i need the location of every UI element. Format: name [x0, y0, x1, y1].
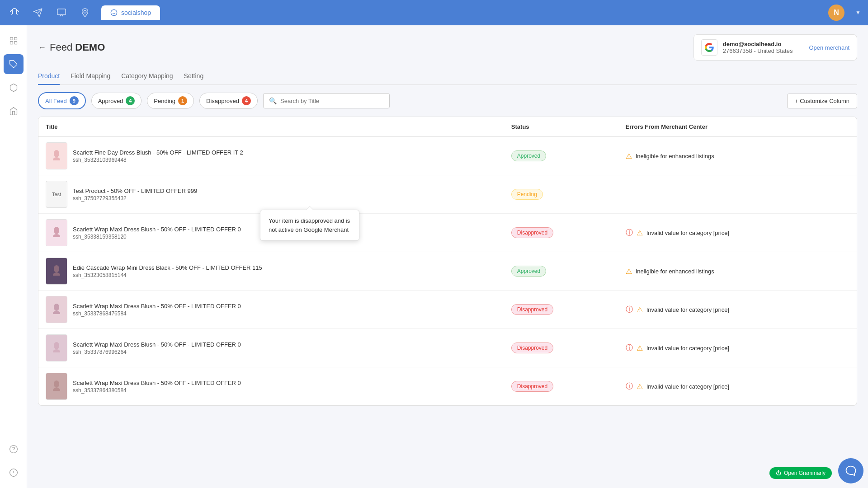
- status-badge: Approved: [511, 266, 546, 277]
- socialhead-chat-button[interactable]: [838, 458, 863, 483]
- product-status-cell: Disapproved: [504, 329, 618, 367]
- sidebar-item-help[interactable]: [4, 463, 24, 483]
- filter-disapproved[interactable]: Disapproved 4: [199, 93, 258, 109]
- product-title-cell: Scarlett Wrap Maxi Dress Blush - 50% OFF…: [38, 329, 504, 367]
- product-errors-cell: ⓘ⚠Invalid value for category [price]: [618, 329, 857, 367]
- user-avatar[interactable]: N: [828, 5, 844, 21]
- svg-point-13: [54, 150, 59, 157]
- product-title-cell: Scarlett Fine Day Dress Blush - 50% OFF …: [38, 137, 504, 175]
- open-grammarly-button[interactable]: ⏻ Open Grammarly: [769, 467, 832, 479]
- warning-icon: ⚠: [626, 267, 632, 276]
- approved-count: 4: [126, 96, 135, 105]
- sidebar-item-dashboard[interactable]: [4, 31, 24, 51]
- svg-point-15: [54, 265, 59, 272]
- table-row: Scarlett Wrap Maxi Dress Blush - 50% OFF…: [38, 214, 857, 252]
- back-button[interactable]: ←: [38, 43, 46, 52]
- warning-icon: ⚠: [637, 305, 643, 314]
- table-row: Test Test Product - 50% OFF - LIMITED OF…: [38, 175, 857, 214]
- error-icon: ⓘ: [626, 305, 633, 314]
- svg-point-18: [54, 380, 59, 388]
- approved-label: Approved: [98, 98, 123, 104]
- product-title-cell: Edie Cascade Wrap Mini Dress Black - 50%…: [38, 252, 504, 291]
- sidebar-item-support[interactable]: [4, 439, 24, 459]
- svg-point-8: [9, 446, 17, 453]
- error-icon: ⓘ: [626, 228, 633, 238]
- socialshop-tab[interactable]: socialshop: [101, 5, 160, 20]
- google-logo-icon: [701, 39, 717, 56]
- pending-label: Pending: [154, 98, 175, 104]
- status-badge: Disapproved: [511, 227, 553, 238]
- status-badge: Pending: [511, 189, 543, 200]
- status-badge: Disapproved: [511, 304, 553, 315]
- disapproved-tooltip: Your item is disapproved and is not acti…: [260, 210, 359, 241]
- sidebar-item-box[interactable]: [4, 78, 24, 98]
- svg-point-16: [54, 304, 59, 311]
- product-name: Scarlett Wrap Maxi Dress Blush - 50% OFF…: [73, 302, 241, 310]
- tab-setting[interactable]: Setting: [184, 68, 204, 85]
- product-errors-cell: ⓘ⚠Invalid value for category [price]: [618, 367, 857, 406]
- grammarly-power-icon: ⏻: [776, 470, 781, 476]
- search-icon: 🔍: [269, 97, 277, 104]
- sidebar-item-tags[interactable]: [4, 54, 24, 74]
- product-sku: ssh_35337876996264: [73, 349, 241, 355]
- filter-approved[interactable]: Approved 4: [91, 93, 142, 109]
- svg-point-14: [54, 227, 59, 234]
- error-text: Invalid value for category [price]: [646, 230, 730, 236]
- error-text: Invalid value for category [price]: [646, 345, 730, 352]
- open-merchant-button[interactable]: Open merchant: [809, 44, 849, 51]
- product-sku: ssh_35323058815144: [73, 272, 262, 278]
- tab-product[interactable]: Product: [38, 68, 60, 85]
- chat-icon[interactable]: [54, 5, 69, 20]
- svg-rect-3: [10, 38, 13, 40]
- search-input[interactable]: [280, 98, 384, 104]
- svg-rect-6: [14, 42, 17, 44]
- merchant-email: demo@socialhead.io: [723, 41, 793, 47]
- product-thumbnail: [46, 142, 67, 169]
- svg-point-17: [54, 342, 59, 349]
- warning-icon: ⚠: [637, 382, 643, 391]
- col-title: Title: [38, 117, 504, 137]
- svg-point-1: [84, 10, 86, 13]
- paper-plane-icon[interactable]: [31, 5, 45, 20]
- page-header: ← Feed DEMO demo@socialhead.io 276637: [38, 34, 857, 61]
- svg-point-2: [111, 9, 117, 15]
- sidebar-item-shop[interactable]: [4, 101, 24, 121]
- filter-row: All Feed 9 Approved 4 Pending 1 Disappro…: [38, 92, 857, 109]
- status-badge: Approved: [511, 150, 546, 161]
- error-text: Ineligible for enhanced listings: [636, 153, 714, 160]
- warning-icon: ⚠: [637, 344, 643, 352]
- product-thumbnail: [46, 296, 67, 323]
- app-name-label: socialshop: [121, 9, 151, 16]
- top-nav: socialshop N ▼: [0, 0, 868, 25]
- product-status-cell: Disapproved: [504, 291, 618, 329]
- merchant-card: demo@socialhead.io 276637358 - United St…: [693, 34, 857, 61]
- product-errors-cell: ⚠Ineligible for enhanced listings: [618, 137, 857, 175]
- table-header-row: Title Status Errors From Merchant Center: [38, 117, 857, 137]
- product-status-cell: Pending: [504, 175, 618, 214]
- customize-column-button[interactable]: + Customize Column: [787, 94, 857, 108]
- product-name: Scarlett Wrap Maxi Dress Blush - 50% OFF…: [73, 379, 241, 387]
- tab-field-mapping[interactable]: Field Mapping: [71, 68, 110, 85]
- tab-category-mapping[interactable]: Category Mapping: [121, 68, 173, 85]
- product-table: Your item is disapproved and is not acti…: [38, 117, 857, 406]
- error-text: Invalid value for category [price]: [646, 306, 730, 313]
- product-title-cell: Scarlett Wrap Maxi Dress Blush - 50% OFF…: [38, 367, 504, 406]
- sidebar: [0, 25, 27, 488]
- search-box[interactable]: 🔍: [263, 93, 390, 108]
- main-content: ← Feed DEMO demo@socialhead.io 276637: [27, 25, 868, 488]
- svg-rect-4: [14, 38, 17, 40]
- tooltip-text: Your item is disapproved and is not acti…: [269, 217, 350, 233]
- location-icon[interactable]: [78, 5, 92, 20]
- filter-pending[interactable]: Pending 1: [147, 93, 194, 109]
- product-name: Scarlett Wrap Maxi Dress Blush - 50% OFF…: [73, 341, 241, 349]
- antler-icon[interactable]: [7, 5, 22, 20]
- product-errors-cell: ⓘ⚠Invalid value for category [price]: [618, 291, 857, 329]
- status-badge: Disapproved: [511, 381, 553, 392]
- product-status-cell: Approved: [504, 252, 618, 291]
- products-table: Title Status Errors From Merchant Center…: [38, 117, 857, 405]
- product-name: Test Product - 50% OFF - LIMITED OFFER 9…: [73, 187, 197, 195]
- product-errors-cell: ⓘ⚠Invalid value for category [price]: [618, 214, 857, 252]
- filter-all-feed[interactable]: All Feed 9: [38, 92, 86, 109]
- table-row: Scarlett Wrap Maxi Dress Blush - 50% OFF…: [38, 367, 857, 406]
- disapproved-count: 4: [242, 96, 251, 105]
